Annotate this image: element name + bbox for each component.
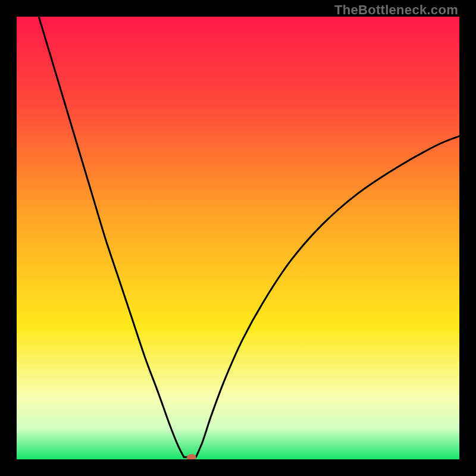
- chart-frame: TheBottleneck.com: [0, 0, 476, 476]
- gradient-background: [17, 17, 459, 459]
- watermark-text: TheBottleneck.com: [334, 2, 458, 18]
- bottleneck-chart: [17, 17, 459, 459]
- plot-area: [17, 17, 459, 459]
